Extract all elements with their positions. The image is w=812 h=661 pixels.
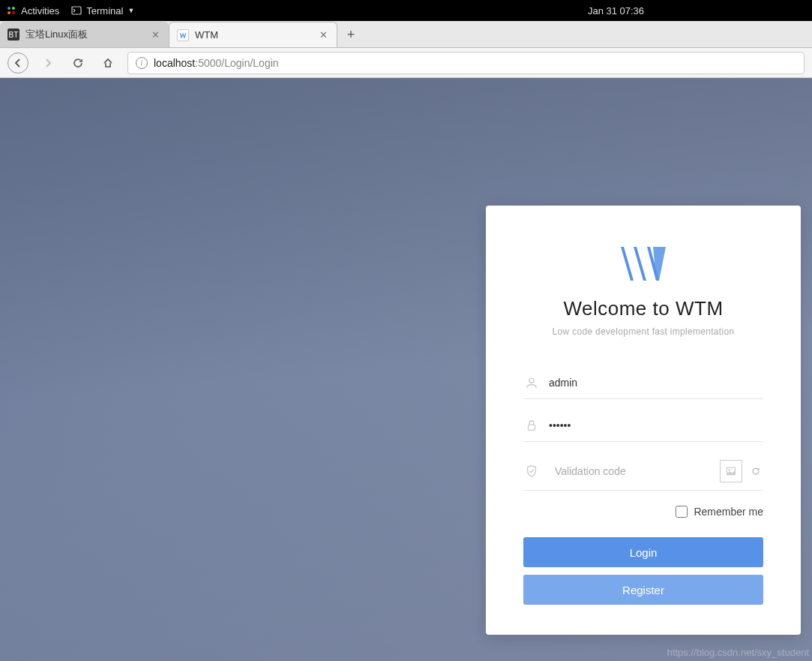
chevron-down-icon: ▼ xyxy=(127,7,134,14)
back-button[interactable] xyxy=(7,53,28,74)
tab-baota[interactable]: BT 宝塔Linux面板 ✕ xyxy=(0,22,169,47)
info-icon[interactable]: i xyxy=(136,57,148,69)
register-button[interactable]: Register xyxy=(523,575,763,605)
tab-label: 宝塔Linux面板 xyxy=(25,28,143,41)
terminal-icon xyxy=(71,5,82,16)
svg-point-8 xyxy=(729,469,730,470)
close-icon[interactable]: ✕ xyxy=(149,29,161,41)
close-icon[interactable]: ✕ xyxy=(317,29,329,41)
wtm-logo xyxy=(617,243,670,288)
refresh-captcha-icon[interactable] xyxy=(748,464,763,479)
tab-label: WTM xyxy=(195,29,311,41)
browser-toolbar: i localhost:5000/Login/Login xyxy=(0,48,812,78)
svg-point-2 xyxy=(7,11,10,14)
activities-label: Activities xyxy=(21,5,59,17)
tab-wtm[interactable]: WTM ✕ xyxy=(169,22,337,47)
svg-rect-6 xyxy=(529,425,535,430)
home-button[interactable] xyxy=(97,53,118,74)
activities-icon xyxy=(6,5,16,16)
svg-point-1 xyxy=(12,7,15,10)
captcha-image[interactable] xyxy=(720,460,742,482)
username-row xyxy=(523,367,763,399)
system-bar: Activities Terminal ▼ Jan 31 07:36 xyxy=(0,0,812,21)
login-button[interactable]: Login xyxy=(523,537,763,567)
datetime[interactable]: Jan 31 07:36 xyxy=(588,5,644,17)
watermark: https://blog.csdn.net/sxy_student xyxy=(667,647,809,658)
username-input[interactable] xyxy=(549,377,763,389)
activities-menu[interactable]: Activities xyxy=(6,5,59,17)
svg-point-5 xyxy=(529,378,534,383)
login-card: Welcome to WTM Low code development fast… xyxy=(486,206,801,635)
captcha-input[interactable] xyxy=(555,465,714,477)
terminal-label: Terminal xyxy=(86,5,123,17)
favicon-wtm xyxy=(177,29,189,41)
url-text: localhost:5000/Login/Login xyxy=(154,57,279,69)
password-input[interactable] xyxy=(549,419,763,431)
shield-icon xyxy=(523,463,540,479)
captcha-row xyxy=(523,452,763,491)
user-icon xyxy=(523,374,540,391)
forward-button[interactable] xyxy=(37,53,58,74)
url-bar[interactable]: i localhost:5000/Login/Login xyxy=(127,52,805,74)
svg-rect-4 xyxy=(72,7,81,14)
remember-label: Remember me xyxy=(694,506,763,518)
remember-row: Remember me xyxy=(523,506,763,518)
tab-bar: BT 宝塔Linux面板 ✕ WTM ✕ + xyxy=(0,21,812,48)
svg-point-3 xyxy=(12,11,15,14)
reload-button[interactable] xyxy=(67,53,88,74)
page-content: Welcome to WTM Low code development fast… xyxy=(0,78,812,661)
welcome-title: Welcome to WTM xyxy=(523,297,763,320)
lock-icon xyxy=(523,417,540,434)
tagline: Low code development fast implementation xyxy=(523,326,763,337)
terminal-menu[interactable]: Terminal ▼ xyxy=(71,5,134,17)
password-row xyxy=(523,410,763,442)
new-tab-button[interactable]: + xyxy=(337,22,364,47)
favicon-bt: BT xyxy=(7,29,19,41)
remember-checkbox[interactable] xyxy=(676,506,688,518)
svg-point-0 xyxy=(7,7,10,10)
